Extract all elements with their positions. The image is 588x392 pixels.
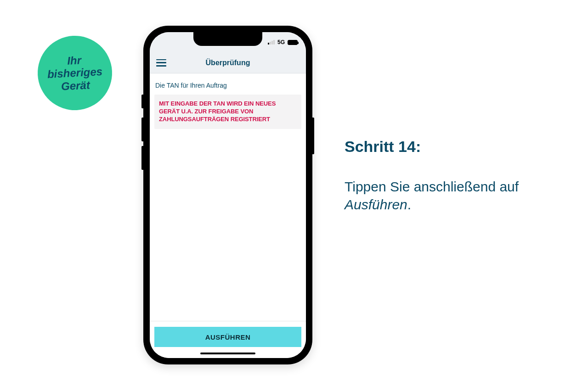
tan-instruction-label: Die TAN für Ihren Auftrag <box>154 82 301 89</box>
badge-line-3: Gerät <box>61 78 90 92</box>
phone-frame: 5G Überprüfung Die TAN für Ihren Auftrag… <box>143 26 312 364</box>
network-type-label: 5G <box>277 39 285 45</box>
step-body-suffix: . <box>407 197 411 212</box>
home-indicator[interactable] <box>200 353 255 354</box>
execute-button[interactable]: AUSFÜHREN <box>154 327 301 347</box>
phone-volume-up <box>141 118 143 141</box>
menu-icon[interactable] <box>156 59 166 67</box>
step-body: Tippen Sie anschließend auf Ausführen. <box>345 178 556 213</box>
app-header: Überprüfung <box>150 52 306 73</box>
step-body-italic: Ausführen <box>345 197 407 212</box>
previous-device-badge: Ihr bisheriges Gerät <box>36 34 114 112</box>
phone-mute-switch <box>141 95 143 108</box>
signal-strength-icon <box>268 40 275 45</box>
phone-power-button <box>312 118 314 154</box>
app-content: Die TAN für Ihren Auftrag MIT EINGABE DE… <box>150 73 306 321</box>
warning-text: MIT EINGABE DER TAN WIRD EIN NEUES GERÄT… <box>159 100 297 123</box>
warning-box: MIT EINGABE DER TAN WIRD EIN NEUES GERÄT… <box>154 95 301 129</box>
battery-icon <box>288 40 298 45</box>
phone-notch <box>193 32 262 46</box>
phone-volume-down <box>141 146 143 170</box>
step-body-prefix: Tippen Sie anschließend auf <box>345 179 519 194</box>
page-title: Überprüfung <box>206 59 250 67</box>
step-heading: Schritt 14: <box>345 138 556 156</box>
instruction-panel: Schritt 14: Tippen Sie anschließend auf … <box>345 138 556 213</box>
badge-line-1: Ihr <box>67 54 82 67</box>
phone-screen: 5G Überprüfung Die TAN für Ihren Auftrag… <box>150 32 306 358</box>
badge-line-2: bisheriges <box>47 65 102 80</box>
